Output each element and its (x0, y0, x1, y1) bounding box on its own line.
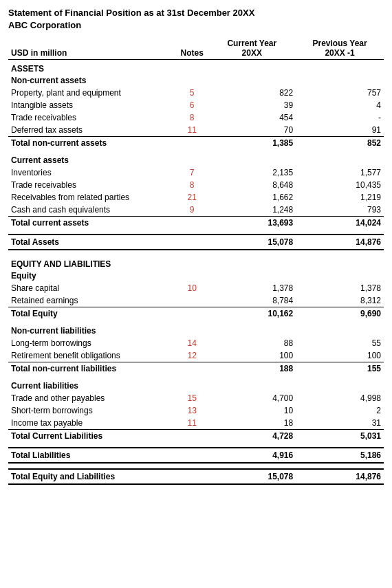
total-label: Total Equity (8, 307, 176, 320)
row-notes: 8 (176, 111, 208, 124)
table-row: Total Equity and Liabilities 15,078 14,8… (8, 469, 384, 484)
row-py: 8,312 (296, 294, 384, 307)
row-label: Receivables from related parties (8, 191, 176, 204)
page-title: Statement of Financial Position as at 31… (8, 7, 384, 32)
total-cy: 13,693 (208, 217, 296, 230)
table-row: Total current assets 13,693 14,024 (8, 217, 384, 230)
total-notes (176, 217, 208, 230)
double-total-py: 14,876 (296, 235, 384, 250)
spacer-row (8, 250, 384, 255)
double-total-label: Total Liabilities (8, 448, 176, 463)
double-total-cy: 15,078 (208, 235, 296, 250)
row-notes: 21 (176, 191, 208, 204)
row-cy: 18 (208, 417, 296, 430)
col-cy-header: Current Year 20XX (208, 37, 296, 60)
total-cy: 188 (208, 362, 296, 375)
table-row: ASSETS (8, 60, 384, 75)
row-py: 1,378 (296, 282, 384, 294)
row-cy: 4,700 (208, 392, 296, 404)
table-row: Intangible assets 6 39 4 (8, 99, 384, 111)
row-label: Trade and other payables (8, 392, 176, 404)
table-row: Property, plant and equipment 5 822 757 (8, 87, 384, 99)
double-total-cy: 15,078 (208, 469, 296, 484)
spacer-row (8, 442, 384, 448)
table-row: Inventories 7 2,135 1,577 (8, 166, 384, 179)
row-cy: 8,784 (208, 294, 296, 307)
spacer-row (8, 320, 384, 325)
table-row: Cash and cash equivalents 9 1,248 793 (8, 204, 384, 217)
spacer-row (8, 149, 384, 154)
table-row: Equity (8, 270, 384, 282)
table-row: Retirement benefit obligations 12 100 10… (8, 349, 384, 362)
row-py: 91 (296, 124, 384, 137)
table-row: Receivables from related parties 21 1,66… (8, 191, 384, 204)
total-py: 852 (296, 137, 384, 150)
double-total-cy: 4,916 (208, 448, 296, 463)
subsection-header-label: Non-current assets (8, 74, 384, 87)
row-cy: 88 (208, 337, 296, 349)
row-cy: 1,662 (208, 191, 296, 204)
row-notes: 11 (176, 417, 208, 430)
double-total-notes (176, 469, 208, 484)
table-row: Deferred tax assets 11 70 91 (8, 124, 384, 137)
row-notes: 14 (176, 337, 208, 349)
total-label: Total current assets (8, 217, 176, 230)
double-total-notes (176, 448, 208, 463)
table-row: Income tax payable 11 18 31 (8, 417, 384, 430)
total-py: 155 (296, 362, 384, 375)
total-py: 5,031 (296, 430, 384, 443)
row-notes: 9 (176, 204, 208, 217)
subsection-header-label: Current assets (8, 154, 384, 166)
spacer-row (8, 375, 384, 380)
row-label: Income tax payable (8, 417, 176, 430)
table-row: Trade and other payables 15 4,700 4,998 (8, 392, 384, 404)
subsection-header-label: Non-current liabilities (8, 325, 384, 337)
row-cy: 39 (208, 99, 296, 111)
table-row: Total Liabilities 4,916 5,186 (8, 448, 384, 463)
row-py: 4 (296, 99, 384, 111)
row-notes: 8 (176, 179, 208, 191)
row-py: 793 (296, 204, 384, 217)
double-total-py: 14,876 (296, 469, 384, 484)
row-label: Intangible assets (8, 99, 176, 111)
row-label: Retirement benefit obligations (8, 349, 176, 362)
row-py: 757 (296, 87, 384, 99)
table-row: Short-term borrowings 13 10 2 (8, 404, 384, 417)
table-row: Trade receivables 8 8,648 10,435 (8, 179, 384, 191)
row-notes: 11 (176, 124, 208, 137)
table-row: Total Equity 10,162 9,690 (8, 307, 384, 320)
section-header-label: ASSETS (8, 60, 384, 75)
row-notes: 13 (176, 404, 208, 417)
table-row: Retained earnings 8,784 8,312 (8, 294, 384, 307)
table-row: Total non-current liabilities 188 155 (8, 362, 384, 375)
row-py: 1,219 (296, 191, 384, 204)
total-notes (176, 307, 208, 320)
subsection-header-label: Equity (8, 270, 384, 282)
total-notes (176, 362, 208, 375)
row-cy: 8,648 (208, 179, 296, 191)
row-py: - (296, 111, 384, 124)
table-row: Non-current assets (8, 74, 384, 87)
row-label: Short-term borrowings (8, 404, 176, 417)
total-py: 14,024 (296, 217, 384, 230)
col-usd-header: USD in million (8, 37, 176, 60)
financial-position-table: USD in million Notes Current Year 20XX P… (8, 37, 384, 485)
table-row: Non-current liabilities (8, 325, 384, 337)
row-notes: 15 (176, 392, 208, 404)
row-cy: 70 (208, 124, 296, 137)
table-row: Current liabilities (8, 380, 384, 392)
row-notes: 7 (176, 166, 208, 179)
table-row: Total Assets 15,078 14,876 (8, 235, 384, 250)
double-total-notes (176, 235, 208, 250)
row-py: 10,435 (296, 179, 384, 191)
spacer-row (8, 229, 384, 235)
row-label: Property, plant and equipment (8, 87, 176, 99)
total-py: 9,690 (296, 307, 384, 320)
table-row: Long-term borrowings 14 88 55 (8, 337, 384, 349)
row-notes (176, 294, 208, 307)
row-label: Retained earnings (8, 294, 176, 307)
row-py: 31 (296, 417, 384, 430)
row-notes: 10 (176, 282, 208, 294)
table-header-row: USD in million Notes Current Year 20XX P… (8, 37, 384, 60)
row-cy: 1,248 (208, 204, 296, 217)
